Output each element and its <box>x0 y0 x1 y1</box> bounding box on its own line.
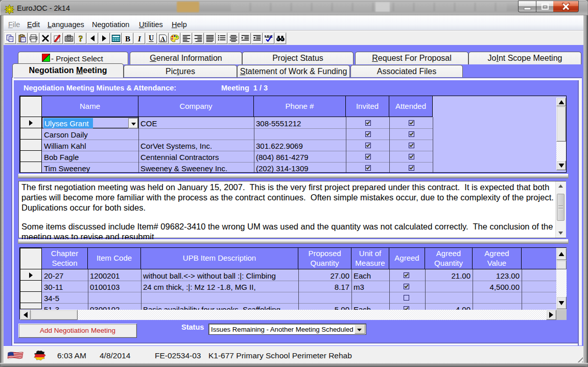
svg-text:?: ? <box>79 34 83 43</box>
svg-text:I: I <box>137 35 142 42</box>
svg-text:U: U <box>149 34 154 42</box>
svg-text:A: A <box>160 35 165 42</box>
svg-text:B: B <box>125 35 130 42</box>
